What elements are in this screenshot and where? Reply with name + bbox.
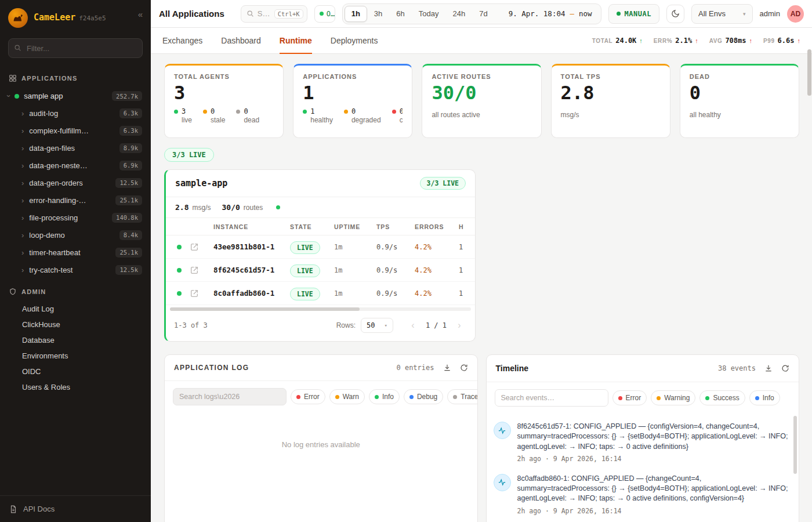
filter-input[interactable] (8, 38, 143, 58)
sidebar-route-item[interactable]: ›try-catch-test12.5k (0, 261, 151, 278)
log-filter-trace[interactable]: Trace (447, 389, 477, 404)
sidebar-route-item[interactable]: ›audit-log6.3k (0, 104, 151, 122)
sidebar-route-item[interactable]: ›error-handling-…25.1k (0, 191, 151, 209)
online-label: O… (327, 10, 335, 18)
admin-section-label: ADMIN (21, 288, 46, 295)
list-item[interactable]: 43ee9811b801-1: CONFIG_APPLIED — {change… (494, 520, 789, 522)
date-range-display[interactable]: 9. Apr. 18:04 — now (509, 9, 592, 18)
log-empty-state: No log entries available (165, 412, 477, 477)
download-icon[interactable] (764, 364, 773, 372)
sidebar-route-item[interactable]: ›loop-demo8.4k (0, 226, 151, 244)
tps-value: 0.9/s (376, 243, 415, 251)
online-status-indicator[interactable]: O… (314, 5, 335, 23)
sidebar-item-database[interactable]: Database (0, 332, 151, 348)
moon-icon (671, 9, 680, 18)
list-item[interactable]: 8f6245c61d57-1: CONFIG_APPLIED — {config… (494, 416, 789, 468)
global-search-input[interactable]: S… Ctrl+K (241, 5, 307, 23)
sidebar-route-item[interactable]: ›data-gen-orders12.5k (0, 174, 151, 191)
prev-page-button[interactable]: ‹ (405, 318, 420, 333)
sidebar-item-oidc[interactable]: OIDC (0, 364, 151, 379)
sidebar-route-item[interactable]: ›file-processing140.8k (0, 209, 151, 226)
stat-critical: 0criti (392, 107, 403, 124)
horizontal-scrollbar-thumb[interactable] (170, 307, 360, 311)
manual-refresh-button[interactable]: MANUAL (608, 4, 659, 24)
table-row[interactable]: 8f6245c61d57-1 LIVE 1m 0.9/s 4.2% 1 (166, 259, 475, 282)
list-item[interactable]: 8c0affadb860-1: CONFIG_APPLIED — {change… (494, 468, 789, 520)
info-dot (755, 396, 759, 400)
timeline-controls: Error Warning Success Info (487, 382, 799, 414)
app-brand: CameLeerf24a5e5 (34, 12, 106, 23)
page-scrollbar-thumb[interactable] (807, 49, 811, 96)
refresh-icon[interactable] (781, 364, 789, 372)
time-range-3h[interactable]: 3h (367, 6, 389, 22)
success-dot (705, 396, 709, 400)
download-icon[interactable] (443, 364, 451, 372)
sidebar-item-clickhouse[interactable]: ClickHouse (0, 317, 151, 332)
stat-value: 30/0 (432, 83, 531, 103)
stat-dead: 0dead (236, 107, 259, 124)
tab-deployments[interactable]: Deployments (331, 28, 378, 54)
timeline-scrollbar-thumb[interactable] (793, 416, 797, 474)
table-row[interactable]: 43ee9811b801-1 LIVE 1m 0.9/s 4.2% 1 (166, 235, 475, 259)
tab-exchanges[interactable]: Exchanges (162, 28, 202, 54)
timeline-search-input[interactable] (495, 389, 608, 407)
sidebar-item-users-roles[interactable]: Users & Roles (0, 379, 151, 395)
sidebar-item-sample-app[interactable]: › sample app 252.7k (0, 88, 151, 104)
live-summary-badge[interactable]: 3/3 LIVE (164, 148, 214, 162)
errors-value: 4.2% (415, 266, 459, 274)
route-label: data-gen-orders (29, 179, 83, 187)
log-filter-info[interactable]: Info (369, 389, 400, 404)
sidebar-item-environments[interactable]: Environments (0, 348, 151, 364)
tab-runtime[interactable]: Runtime (280, 28, 312, 54)
refresh-icon[interactable] (460, 364, 468, 372)
dark-mode-toggle[interactable] (666, 5, 684, 23)
api-docs-link[interactable]: API Docs (0, 495, 151, 522)
timeline-title: Timeline (496, 364, 529, 373)
log-search-input[interactable] (173, 388, 287, 405)
log-filter-error[interactable]: Error (291, 389, 325, 404)
trend-up-icon: ↑ (798, 37, 801, 44)
chip-label: Debug (417, 393, 437, 401)
next-page-button[interactable]: › (452, 318, 467, 333)
sidebar-route-item[interactable]: ›timer-heartbeat25.1k (0, 244, 151, 261)
chevron-right-icon: › (21, 179, 24, 187)
log-filter-warn[interactable]: Warn (329, 389, 365, 404)
date-to: now (579, 9, 592, 18)
time-range-today[interactable]: Today (412, 6, 446, 22)
timeline-filter-info[interactable]: Info (749, 390, 780, 405)
external-link-icon[interactable] (190, 266, 213, 274)
sidebar-route-item[interactable]: ›data-gen-neste…6.9k (0, 157, 151, 174)
sidebar-item-audit-log[interactable]: Audit Log (0, 301, 151, 317)
external-link-icon[interactable] (190, 289, 213, 298)
sidebar-nav: APPLICATIONS › sample app 252.7k ›audit-… (0, 65, 151, 495)
timeline-filter-success[interactable]: Success (699, 390, 745, 405)
rows-per-page-select[interactable]: 50 ▾ (361, 318, 393, 333)
timeline-events-list: 8f6245c61d57-1: CONFIG_APPLIED — {config… (487, 414, 799, 522)
rows-per-page-value: 50 (367, 321, 375, 329)
table-row[interactable]: 8c0affadb860-1 LIVE 1m 0.9/s 4.2% 1 (166, 282, 475, 305)
avatar[interactable]: AD (787, 5, 804, 23)
time-range-6h[interactable]: 6h (389, 6, 411, 22)
timeline-filter-error[interactable]: Error (612, 390, 647, 405)
instance-status-dot (177, 291, 182, 296)
tab-dashboard[interactable]: Dashboard (221, 28, 261, 54)
collapse-sidebar-icon[interactable]: « (138, 9, 143, 19)
sidebar-route-item[interactable]: ›data-gen-files8.9k (0, 139, 151, 157)
external-link-icon[interactable] (190, 243, 213, 251)
time-range-7d[interactable]: 7d (472, 6, 494, 22)
log-filter-debug[interactable]: Debug (404, 389, 443, 404)
healthy-value: 1 (310, 107, 333, 115)
chevron-down-icon: › (5, 95, 13, 97)
horizontal-scrollbar[interactable] (170, 307, 471, 311)
uptime-value: 1m (334, 243, 376, 251)
date-separator: — (570, 9, 574, 18)
sidebar-route-item[interactable]: ›complex-fulfillm…6.3k (0, 122, 151, 139)
time-range-24h[interactable]: 24h (445, 6, 472, 22)
metric-total: TOTAL 24.0K ↑ (592, 37, 643, 45)
application-log-panel: APPLICATION LOG 0 entries Error Warn Inf… (164, 354, 478, 522)
environment-select[interactable]: All Envs ▾ (691, 4, 753, 24)
timeline-filter-warning[interactable]: Warning (651, 390, 695, 405)
metric-p99: P99 6.6s ↑ (763, 37, 800, 45)
healthy-label: healthy (310, 116, 333, 124)
time-range-1h[interactable]: 1h (345, 6, 367, 22)
